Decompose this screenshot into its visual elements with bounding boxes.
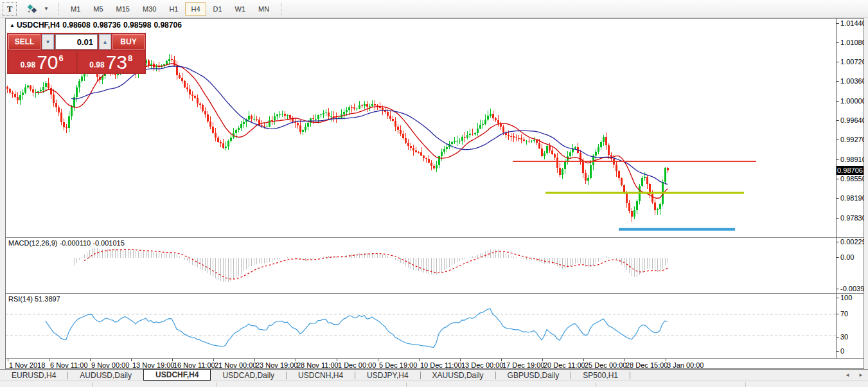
rsi-value: 51.3897 [35, 295, 60, 303]
toolbar-separator [281, 3, 282, 15]
tab-EURUSD-H4[interactable]: EURUSD,H4 [0, 370, 67, 381]
rsi-canvas[interactable] [6, 294, 836, 358]
axis-tick-mark [836, 101, 839, 102]
current-price-badge: 0.98706 [837, 166, 864, 175]
statusbar-separator [92, 382, 93, 387]
time-label: 25 Dec 00:00 [585, 361, 626, 369]
time-tick-mark [542, 359, 543, 361]
timeframe-D1[interactable]: D1 [208, 2, 228, 16]
macd-values: -0.000110 -0.001015 [59, 239, 124, 247]
one-click-trading-panel: SELL ▼ ▲ BUY 0.98 70 6 0.98 73 8 [7, 33, 146, 74]
timeframe-H4[interactable]: H4 [185, 2, 206, 16]
time-label: 17 Dec 19:00 [502, 361, 544, 369]
time-tick-mark [624, 359, 625, 361]
objects-arrange-icon[interactable] [26, 3, 39, 15]
time-tick-mark [337, 359, 337, 361]
chart-tabs-bar: EURUSD,H4AUDUSD,DailyUSDCHF,H4USDCAD,Dai… [0, 369, 868, 381]
rsi-label: RSI(14) 51.3897 [8, 295, 60, 303]
axis-tick-mark [836, 62, 839, 62]
axis-tick-mark [836, 159, 839, 160]
price-tick-label: 0.98550 [840, 176, 866, 183]
axis-tick-mark [836, 218, 839, 219]
tabs-scroll-left-icon[interactable]: ◄ [845, 370, 850, 381]
macd-name: MACD(12,26,9) [8, 239, 57, 247]
buy-price-big: 73 [106, 53, 127, 72]
top-toolbar: T ▼ M1M5M15M30H1H4D1W1MN [0, 0, 868, 18]
timeframe-MN[interactable]: MN [252, 2, 275, 16]
panel-divider [6, 358, 864, 359]
axis-tick-mark [836, 351, 839, 352]
panel-divider[interactable] [6, 293, 864, 294]
chart-workspace: ▲USDCHF,H40.986080.987360.985980.98706 S… [5, 18, 864, 369]
time-label: 6 Nov 11:00 [50, 361, 88, 369]
time-tick-mark [254, 359, 255, 361]
time-tick-mark [419, 359, 420, 361]
tabs-scroll-right-icon[interactable]: ► [858, 370, 864, 381]
axis-tick-mark [836, 42, 839, 43]
time-axis[interactable]: 1 Nov 20186 Nov 11:009 Nov 00:0013 Nov 1… [6, 359, 836, 370]
time-label: 13 Nov 19:00 [132, 361, 174, 369]
status-bar [0, 381, 868, 387]
macd-canvas[interactable] [6, 238, 836, 293]
volume-increase-button[interactable]: ▲ [99, 34, 111, 50]
sell-button[interactable]: SELL [8, 34, 40, 50]
time-label: 1 Dec 00:00 [338, 361, 376, 369]
time-label: 3 Jan 00:00 [667, 361, 704, 369]
window-edge [864, 18, 868, 369]
time-label: 28 Dec 15:00 [626, 361, 668, 369]
axis-tick-mark [836, 257, 839, 258]
price-tick-label: 1.00720 [840, 59, 866, 66]
time-label: 13 Dec 00:00 [461, 361, 503, 369]
collapse-triangle-icon[interactable]: ▲ [10, 22, 15, 28]
price-tick-label: 0.98190 [840, 195, 866, 202]
tab-USDCAD-Daily[interactable]: USDCAD,Daily [211, 370, 286, 381]
axis-tick-mark [836, 289, 839, 289]
timeframe-M1[interactable]: M1 [65, 2, 86, 16]
chart-symbol: USDCHF,H4 [17, 21, 60, 30]
volume-input[interactable] [55, 34, 98, 50]
timeframe-M5[interactable]: M5 [87, 2, 109, 16]
time-tick-mark [666, 359, 666, 361]
axis-tick-mark [836, 337, 839, 338]
timeframe-H1[interactable]: H1 [163, 2, 184, 16]
time-label: 20 Dec 11:00 [544, 361, 585, 369]
price-tick-label: 0.99640 [840, 117, 866, 124]
timeframe-M30[interactable]: M30 [137, 2, 162, 16]
toolbar-separator [58, 3, 59, 15]
timeframe-M15[interactable]: M15 [111, 2, 136, 16]
rsi-name: RSI(14) [8, 295, 33, 303]
objects-dropdown-caret-icon[interactable]: ▼ [40, 3, 53, 15]
time-tick-mark [583, 359, 584, 361]
time-label: 9 Nov 00:00 [91, 361, 129, 369]
time-label: 10 Dec 11:00 [420, 361, 462, 369]
buy-price-tile[interactable]: 0.98 73 8 [78, 51, 145, 73]
tab-separator [630, 372, 630, 379]
time-tick-mark [378, 359, 378, 361]
ohlc-open: 0.98608 [62, 21, 90, 30]
time-tick-mark [90, 359, 91, 361]
rsi-panel: RSI(14) 51.3897 [6, 294, 836, 358]
time-label: 5 Dec 19:00 [379, 361, 417, 369]
axis-tick-mark [836, 81, 839, 82]
time-tick-mark [49, 359, 49, 361]
tab-USDCHF-H4[interactable]: USDCHF,H4 [143, 369, 211, 381]
price-tick-label: 1.01080 [840, 39, 866, 46]
time-tick-mark [460, 359, 461, 361]
buy-button[interactable]: BUY [112, 34, 145, 50]
text-tool-button[interactable]: T [3, 2, 17, 16]
tab-USDJPY-H4[interactable]: USDJPY,H4 [355, 370, 420, 381]
tab-USDCNH-H4[interactable]: USDCNH,H4 [287, 370, 355, 381]
tab-XAUUSD-Daily[interactable]: XAUUSD,Daily [421, 370, 495, 381]
axis-tick-mark [836, 140, 839, 140]
tab-GBPUSD-Daily[interactable]: GBPUSD,Daily [496, 370, 571, 381]
panel-divider[interactable] [6, 237, 864, 238]
volume-decrease-button[interactable]: ▼ [42, 34, 54, 50]
tab-SP500-H1[interactable]: SP500,H1 [571, 370, 630, 381]
tab-AUDUSD-Daily[interactable]: AUDUSD,Daily [68, 370, 143, 381]
time-tick-mark [501, 359, 502, 361]
axis-tick-mark [836, 198, 839, 199]
sell-price-tile[interactable]: 0.98 70 6 [8, 51, 76, 73]
price-tick-label: 0.97830 [840, 215, 866, 222]
timeframe-W1[interactable]: W1 [229, 2, 252, 16]
time-tick-mark [296, 359, 296, 361]
